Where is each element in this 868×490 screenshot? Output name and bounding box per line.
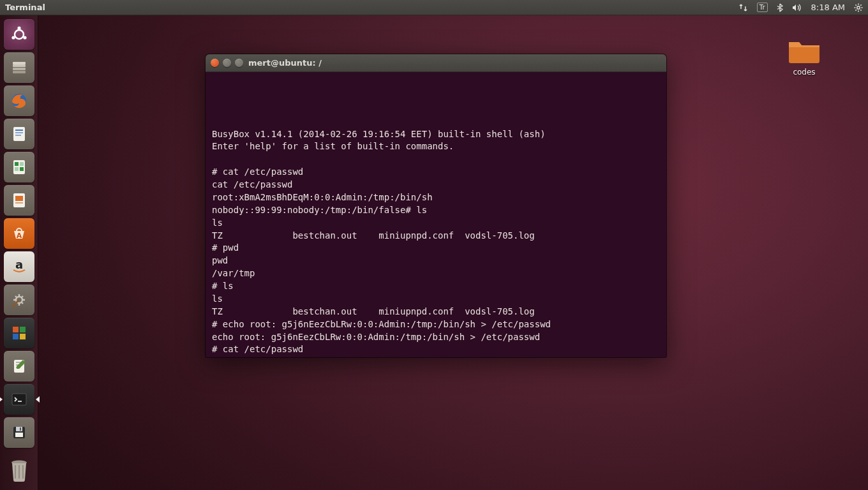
svg-point-9 bbox=[15, 30, 24, 39]
svg-rect-15 bbox=[13, 71, 26, 73]
launcher-impress[interactable] bbox=[4, 185, 34, 216]
svg-rect-25 bbox=[15, 167, 19, 171]
terminal-line bbox=[212, 115, 660, 128]
terminal-line: nobody::99:99:nobody:/tmp:/bin/false# ls bbox=[212, 204, 660, 217]
svg-rect-14 bbox=[13, 68, 26, 70]
launcher-software-center[interactable]: A bbox=[4, 218, 34, 249]
terminal-line: /var/tmp bbox=[212, 267, 660, 280]
terminal-line: pwd bbox=[212, 255, 660, 267]
folder-icon bbox=[786, 36, 822, 65]
unity-launcher: A a bbox=[0, 15, 38, 490]
svg-point-12 bbox=[11, 36, 15, 39]
svg-rect-23 bbox=[15, 162, 19, 166]
terminal-line: cat /etc/passwd bbox=[212, 356, 660, 357]
trash-icon bbox=[8, 457, 31, 482]
floppy-icon bbox=[10, 424, 28, 442]
clock[interactable]: 8:18 AM bbox=[811, 3, 845, 12]
gear-icon[interactable] bbox=[854, 3, 863, 12]
svg-rect-36 bbox=[20, 334, 26, 339]
svg-rect-13 bbox=[13, 64, 26, 67]
svg-line-7 bbox=[860, 4, 861, 5]
network-icon[interactable] bbox=[738, 3, 748, 12]
launcher-amazon[interactable]: a bbox=[4, 251, 34, 282]
svg-line-5 bbox=[855, 4, 856, 5]
terminal-line: # pwd bbox=[212, 242, 660, 255]
svg-rect-24 bbox=[20, 162, 24, 166]
ubuntu-logo-icon bbox=[10, 25, 29, 44]
window-buttons bbox=[211, 59, 243, 67]
keyboard-indicator[interactable]: Tr bbox=[757, 3, 768, 12]
svg-rect-18 bbox=[13, 127, 25, 141]
svg-rect-43 bbox=[15, 433, 23, 437]
launcher-calc[interactable] bbox=[4, 152, 34, 182]
terminal-line: # ls bbox=[212, 280, 660, 293]
svg-rect-26 bbox=[20, 167, 24, 171]
terminal-line: # cat /etc/passwd bbox=[212, 343, 660, 356]
software-center-icon: A bbox=[10, 225, 28, 242]
svg-point-0 bbox=[857, 6, 860, 8]
terminal-line bbox=[212, 77, 660, 90]
terminal-window[interactable]: mert@ubuntu: / BusyBox v1.14.1 (2014-02-… bbox=[206, 54, 666, 357]
launcher-files[interactable] bbox=[4, 52, 34, 83]
launcher-workspaces[interactable] bbox=[4, 318, 34, 348]
launcher-save[interactable] bbox=[4, 417, 34, 448]
svg-rect-41 bbox=[16, 427, 22, 431]
svg-rect-42 bbox=[20, 427, 21, 431]
volume-icon[interactable] bbox=[792, 3, 802, 12]
terminal-titlebar[interactable]: mert@ubuntu: / bbox=[206, 54, 666, 72]
terminal-line: root:xBmA2msBhDEqM:0:0:Admin:/tmp:/bin/s… bbox=[212, 191, 660, 204]
svg-rect-28 bbox=[15, 196, 23, 201]
terminal-title: mert@ubuntu: / bbox=[248, 58, 322, 68]
calc-icon bbox=[10, 158, 28, 176]
window-close-button[interactable] bbox=[211, 59, 219, 67]
svg-rect-35 bbox=[13, 334, 19, 339]
window-maximize-button[interactable] bbox=[235, 59, 243, 67]
launcher-trash[interactable] bbox=[4, 454, 34, 485]
terminal-line: ls bbox=[212, 293, 660, 306]
top-panel: Terminal Tr 8:18 AM bbox=[0, 0, 868, 15]
launcher-text-editor[interactable] bbox=[4, 351, 34, 382]
svg-rect-21 bbox=[15, 135, 21, 136]
svg-rect-34 bbox=[20, 327, 26, 332]
terminal-icon bbox=[10, 390, 28, 408]
impress-icon bbox=[10, 191, 28, 209]
terminal-line: ls bbox=[212, 217, 660, 230]
workspaces-icon bbox=[10, 324, 28, 342]
svg-rect-16 bbox=[13, 62, 26, 64]
svg-rect-29 bbox=[15, 202, 23, 204]
svg-rect-20 bbox=[15, 132, 23, 133]
terminal-line: BusyBox v1.14.1 (2014-02-26 19:16:54 EET… bbox=[212, 128, 660, 141]
terminal-line: cat /etc/passwd bbox=[212, 179, 660, 191]
launcher-writer[interactable] bbox=[4, 119, 34, 149]
window-minimize-button[interactable] bbox=[223, 59, 231, 67]
desktop-folder-codes[interactable]: codes bbox=[779, 36, 830, 77]
svg-line-8 bbox=[855, 10, 856, 10]
svg-line-6 bbox=[860, 10, 861, 10]
terminal-line bbox=[212, 153, 660, 166]
terminal-line: # cat /etc/passwd bbox=[212, 166, 660, 179]
terminal-line bbox=[212, 90, 660, 103]
launcher-dash[interactable] bbox=[4, 19, 34, 50]
launcher-settings[interactable] bbox=[4, 285, 34, 315]
gedit-icon bbox=[10, 357, 28, 375]
desktop-folder-label: codes bbox=[793, 68, 815, 77]
terminal-line: Enter 'help' for a list of built-in comm… bbox=[212, 140, 660, 153]
settings-icon bbox=[10, 291, 28, 309]
terminal-line bbox=[212, 103, 660, 115]
terminal-output[interactable]: BusyBox v1.14.1 (2014-02-26 19:16:54 EET… bbox=[206, 72, 666, 357]
terminal-line: TZ bestchan.out miniupnpd.conf vodsl-705… bbox=[212, 306, 660, 318]
terminal-line: TZ bestchan.out miniupnpd.conf vodsl-705… bbox=[212, 230, 660, 242]
launcher-terminal[interactable] bbox=[4, 384, 34, 415]
svg-point-11 bbox=[23, 36, 26, 39]
terminal-line: # echo root: g5j6nEezCbLRw:0:0:Admin:/tm… bbox=[212, 318, 660, 331]
launcher-firefox[interactable] bbox=[4, 85, 34, 116]
bluetooth-icon[interactable] bbox=[777, 3, 783, 12]
terminal-line: echo root: g5j6nEezCbLRw:0:0:Admin:/tmp:… bbox=[212, 331, 660, 344]
active-app-name: Terminal bbox=[5, 3, 45, 12]
svg-point-10 bbox=[17, 26, 20, 29]
svg-text:a: a bbox=[15, 258, 22, 271]
files-icon bbox=[10, 58, 29, 77]
writer-icon bbox=[10, 125, 28, 143]
svg-rect-19 bbox=[15, 130, 23, 131]
svg-rect-38 bbox=[12, 394, 26, 405]
